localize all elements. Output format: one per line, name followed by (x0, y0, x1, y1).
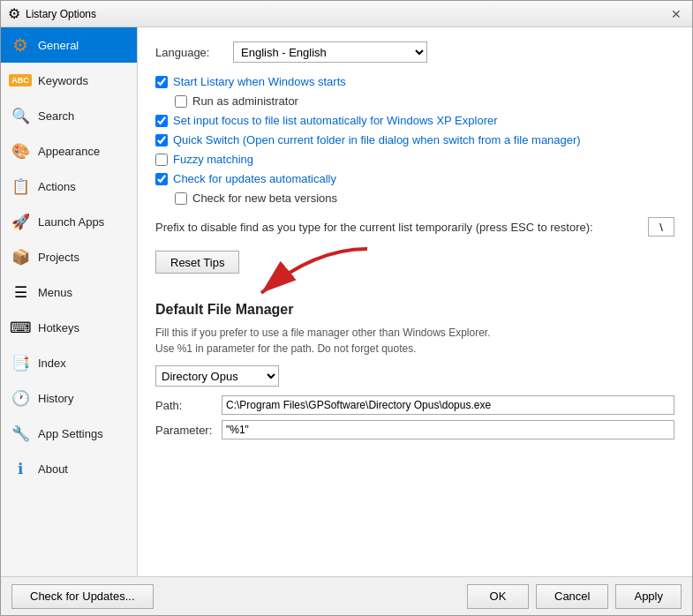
checkbox-input-focus: Set input focus to file list automatical… (155, 114, 674, 127)
appearance-icon: 🎨 (10, 140, 31, 162)
prefix-row: Prefix to disable find as you type for t… (155, 217, 674, 237)
sidebar-label-appearance: Appearance (38, 145, 100, 158)
checkbox-check-updates-label: Check for updates automatically (173, 172, 336, 185)
ok-button[interactable]: OK (467, 584, 529, 609)
title-bar-left: ⚙ Listary Options (8, 5, 96, 22)
history-icon: 🕐 (10, 387, 31, 409)
menus-icon: ☰ (10, 282, 31, 303)
checkbox-fuzzy-matching: Fuzzy matching (155, 153, 674, 166)
section-title-dfm: Default File Manager (155, 302, 674, 318)
path-input[interactable] (222, 395, 674, 415)
reset-tips-row: Reset Tips (155, 245, 674, 288)
checkbox-run-admin-input[interactable] (175, 95, 187, 108)
checkbox-run-admin-label: Run as administrator (192, 94, 298, 108)
checkbox-run-admin: Run as administrator (175, 94, 674, 108)
param-input[interactable] (222, 420, 674, 439)
sidebar-label-keywords: Keywords (38, 74, 88, 87)
language-label: Language: (155, 46, 226, 59)
general-icon: ⚙ (10, 34, 31, 56)
app-icon: ⚙ (8, 5, 20, 22)
main-panel: Language: English - English Chinese - 中文… (138, 27, 692, 576)
language-row: Language: English - English Chinese - 中文… (155, 41, 674, 63)
sidebar-item-menus[interactable]: ☰ Menus (1, 274, 137, 310)
sidebar-label-menus: Menus (38, 286, 72, 299)
sidebar-label-search: Search (38, 109, 74, 123)
sidebar-label-general: General (38, 39, 79, 52)
apply-button[interactable]: Apply (615, 584, 682, 609)
file-manager-select-row: Directory Opus Total Commander FreeComma… (155, 365, 674, 387)
checkbox-fuzzy-matching-input[interactable] (155, 154, 168, 166)
sidebar-item-index[interactable]: 📑 Index (1, 345, 137, 380)
section-desc-dfm: Fill this if you prefer to use a file ma… (155, 325, 674, 357)
sidebar-label-history: History (38, 392, 73, 405)
window-title: Listary Options (26, 8, 96, 20)
checkbox-input-focus-label: Set input focus to file list automatical… (173, 114, 498, 127)
actions-icon: 📋 (10, 176, 31, 197)
sidebar-item-history[interactable]: 🕐 History (1, 380, 137, 416)
launch-apps-icon: 🚀 (10, 211, 31, 232)
sidebar-item-hotkeys[interactable]: ⌨ Hotkeys (1, 310, 137, 345)
check-updates-button[interactable]: Check for Updates... (11, 584, 154, 609)
checkbox-start-listary-label: Start Listary when Windows starts (173, 75, 346, 88)
app-settings-icon: 🔧 (10, 423, 31, 444)
search-icon: 🔍 (10, 105, 31, 126)
main-window: ⚙ Listary Options ✕ ⚙ General ABC Keywor… (0, 0, 693, 616)
title-bar: ⚙ Listary Options ✕ (1, 1, 692, 27)
checkbox-start-listary-input[interactable] (155, 76, 168, 88)
footer: Check for Updates... OK Cancel Apply (1, 576, 692, 615)
checkbox-beta-versions: Check for new beta versions (175, 192, 674, 205)
sidebar-label-actions: Actions (38, 180, 76, 193)
checkbox-beta-versions-label: Check for new beta versions (192, 192, 337, 205)
checkbox-quick-switch: Quick Switch (Open current folder in fil… (155, 133, 674, 146)
sidebar: ⚙ General ABC Keywords 🔍 Search 🎨 Appear… (1, 27, 138, 576)
sidebar-item-search[interactable]: 🔍 Search (1, 98, 137, 133)
hotkeys-icon: ⌨ (10, 317, 31, 338)
sidebar-label-index: Index (38, 357, 66, 370)
checkbox-start-listary: Start Listary when Windows starts (155, 75, 674, 88)
cancel-button[interactable]: Cancel (536, 584, 608, 609)
sidebar-label-launch-apps: Launch Apps (38, 215, 104, 229)
sidebar-item-appearance[interactable]: 🎨 Appearance (1, 133, 137, 169)
about-icon: ℹ (10, 458, 31, 479)
sidebar-label-hotkeys: Hotkeys (38, 321, 79, 334)
checkbox-quick-switch-label: Quick Switch (Open current folder in fil… (173, 133, 581, 146)
sidebar-label-projects: Projects (38, 251, 79, 264)
projects-icon: 📦 (10, 246, 31, 267)
checkbox-beta-versions-input[interactable] (175, 192, 187, 205)
sidebar-item-general[interactable]: ⚙ General (1, 27, 137, 63)
footer-right: OK Cancel Apply (467, 584, 682, 609)
checkbox-check-updates-input[interactable] (155, 173, 168, 185)
sidebar-item-launch-apps[interactable]: 🚀 Launch Apps (1, 204, 137, 239)
sidebar-item-about[interactable]: ℹ About (1, 451, 137, 486)
param-label: Parameter: (155, 424, 222, 437)
file-manager-dropdown[interactable]: Directory Opus Total Commander FreeComma… (155, 365, 279, 387)
reset-tips-button[interactable]: Reset Tips (155, 251, 239, 274)
sidebar-label-about: About (38, 462, 68, 476)
sidebar-item-keywords[interactable]: ABC Keywords (1, 63, 137, 98)
footer-left: Check for Updates... (11, 584, 154, 609)
prefix-text: Prefix to disable find as you type for t… (155, 221, 641, 234)
checkbox-quick-switch-input[interactable] (155, 134, 168, 146)
param-row: Parameter: (155, 420, 674, 439)
checkbox-fuzzy-matching-label: Fuzzy matching (173, 153, 253, 166)
path-label: Path: (155, 399, 222, 412)
content-area: ⚙ General ABC Keywords 🔍 Search 🎨 Appear… (1, 27, 692, 576)
checkbox-check-updates: Check for updates automatically (155, 172, 674, 185)
prefix-value-box: \ (648, 217, 674, 237)
path-row: Path: (155, 395, 674, 415)
sidebar-label-app-settings: App Settings (38, 427, 103, 440)
sidebar-item-projects[interactable]: 📦 Projects (1, 239, 137, 274)
sidebar-item-app-settings[interactable]: 🔧 App Settings (1, 416, 137, 451)
language-select[interactable]: English - English Chinese - 中文 German - … (233, 41, 427, 63)
prefix-value: \ (659, 221, 663, 234)
sidebar-item-actions[interactable]: 📋 Actions (1, 169, 137, 204)
keywords-icon: ABC (10, 70, 31, 91)
checkbox-input-focus-input[interactable] (155, 115, 168, 127)
close-button[interactable]: ✕ (667, 5, 685, 23)
index-icon: 📑 (10, 352, 31, 373)
default-file-manager-section: Default File Manager Fill this if you pr… (155, 302, 674, 439)
